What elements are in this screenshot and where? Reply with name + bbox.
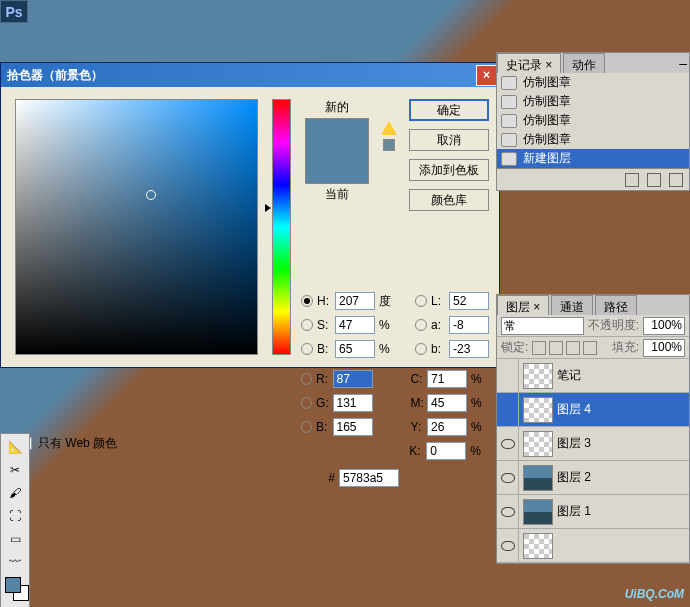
input-a[interactable]	[449, 316, 489, 334]
close-button[interactable]: ×	[476, 65, 497, 86]
blend-mode-select[interactable]: 常	[501, 317, 584, 335]
cancel-button[interactable]: 取消	[409, 129, 489, 151]
layer-item[interactable]	[497, 529, 689, 563]
tool-measure[interactable]: 📐	[3, 436, 27, 458]
input-hex[interactable]	[339, 469, 399, 487]
input-b[interactable]	[449, 340, 489, 358]
tool-smudge[interactable]: 〰	[3, 551, 27, 573]
fill-label: 填充:	[612, 339, 639, 356]
new-snapshot-icon[interactable]	[647, 173, 661, 187]
layer-item[interactable]: 笔记	[497, 359, 689, 393]
visibility-toggle[interactable]	[497, 495, 519, 528]
current-color-swatch[interactable]	[306, 151, 368, 183]
radio-g[interactable]	[301, 397, 312, 409]
add-to-swatches-button[interactable]: 添加到色板	[409, 159, 489, 181]
radio-bc[interactable]	[301, 421, 312, 433]
panel-minimize-icon[interactable]: –	[679, 55, 687, 71]
layers-panel: 图层 × 通道 路径 常 不透明度: 100% 锁定: 填充: 100% 笔记 …	[496, 294, 690, 564]
radio-l[interactable]	[415, 295, 427, 307]
layer-item[interactable]: 图层 1	[497, 495, 689, 529]
input-bv[interactable]	[335, 340, 375, 358]
layer-thumbnail	[523, 465, 553, 491]
trash-icon[interactable]	[669, 173, 683, 187]
tab-history[interactable]: 史记录 ×	[497, 53, 561, 73]
input-bc[interactable]	[333, 418, 373, 436]
radio-h[interactable]	[301, 295, 313, 307]
tab-channels[interactable]: 通道	[551, 295, 593, 315]
visibility-toggle[interactable]	[497, 359, 519, 392]
fill-input[interactable]: 100%	[643, 339, 685, 357]
layer-thumbnail	[523, 533, 553, 559]
saturation-value-field[interactable]	[15, 99, 258, 355]
hue-slider[interactable]	[272, 99, 291, 355]
history-item[interactable]: 仿制图章	[497, 130, 689, 149]
label-c: C:	[411, 372, 427, 386]
color-libraries-button[interactable]: 颜色库	[409, 189, 489, 211]
lock-label: 锁定:	[501, 339, 528, 356]
history-toolbar	[497, 168, 689, 190]
label-s: S:	[317, 318, 335, 332]
clone-stamp-icon	[501, 114, 517, 128]
sv-reticle	[146, 190, 156, 200]
radio-a[interactable]	[415, 319, 427, 331]
lock-transparency-icon[interactable]	[532, 341, 546, 355]
layer-item[interactable]: 图层 2	[497, 461, 689, 495]
history-item[interactable]: 仿制图章	[497, 73, 689, 92]
hex-prefix: #	[301, 471, 335, 485]
input-y[interactable]	[427, 418, 467, 436]
eye-icon	[501, 507, 515, 517]
lock-position-icon[interactable]	[566, 341, 580, 355]
snapshot-icon[interactable]	[625, 173, 639, 187]
history-item[interactable]: 仿制图章	[497, 111, 689, 130]
tool-eraser[interactable]: ▭	[3, 528, 27, 550]
input-r[interactable]	[333, 370, 373, 388]
radio-bv[interactable]	[301, 343, 313, 355]
history-item[interactable]: 新建图层	[497, 149, 689, 168]
radio-b[interactable]	[415, 343, 427, 355]
hue-pointer	[265, 204, 271, 212]
tab-layers[interactable]: 图层 ×	[497, 295, 549, 315]
web-only-row: 只有 Web 颜色	[19, 435, 117, 452]
layer-item[interactable]: 图层 4	[497, 393, 689, 427]
input-c[interactable]	[427, 370, 467, 388]
color-picker-dialog: 拾色器（前景色） × 新的 当前 确定 取消 添加到色板 颜色库	[0, 62, 500, 368]
history-list: 仿制图章 仿制图章 仿制图章 仿制图章 新建图层	[497, 73, 689, 168]
foreground-swatch[interactable]	[5, 577, 21, 593]
clone-stamp-icon	[501, 133, 517, 147]
tool-brush[interactable]: 🖌	[3, 482, 27, 504]
lock-all-icon[interactable]	[583, 341, 597, 355]
tool-clone-stamp[interactable]: ⛶	[3, 505, 27, 527]
layer-item[interactable]: 图层 3	[497, 427, 689, 461]
radio-r[interactable]	[301, 373, 312, 385]
label-r: R:	[316, 372, 332, 386]
label-m: M:	[411, 396, 427, 410]
ok-button[interactable]: 确定	[409, 99, 489, 121]
input-g[interactable]	[333, 394, 373, 412]
input-s[interactable]	[335, 316, 375, 334]
input-k[interactable]	[426, 442, 466, 460]
visibility-toggle[interactable]	[497, 461, 519, 494]
tool-crop[interactable]: ✂	[3, 459, 27, 481]
color-preview	[305, 118, 369, 184]
layer-thumbnail	[523, 363, 553, 389]
visibility-toggle[interactable]	[497, 427, 519, 460]
layer-thumbnail	[523, 397, 553, 423]
radio-s[interactable]	[301, 319, 313, 331]
opacity-input[interactable]: 100%	[643, 317, 685, 335]
lock-image-icon[interactable]	[549, 341, 563, 355]
layer-list: 笔记 图层 4 图层 3 图层 2 图层 1	[497, 359, 689, 563]
tab-paths[interactable]: 路径	[595, 295, 637, 315]
history-item[interactable]: 仿制图章	[497, 92, 689, 111]
gamut-color-swatch[interactable]	[383, 139, 395, 151]
tab-actions[interactable]: 动作	[563, 53, 605, 73]
new-color-swatch[interactable]	[306, 119, 368, 151]
dialog-titlebar[interactable]: 拾色器（前景色） ×	[1, 63, 499, 87]
visibility-toggle[interactable]	[497, 393, 519, 426]
input-h[interactable]	[335, 292, 375, 310]
input-l[interactable]	[449, 292, 489, 310]
gamut-warning-icon[interactable]	[381, 121, 397, 135]
label-a: a:	[431, 318, 449, 332]
layer-thumbnail	[523, 499, 553, 525]
visibility-toggle[interactable]	[497, 529, 519, 562]
input-m[interactable]	[427, 394, 467, 412]
